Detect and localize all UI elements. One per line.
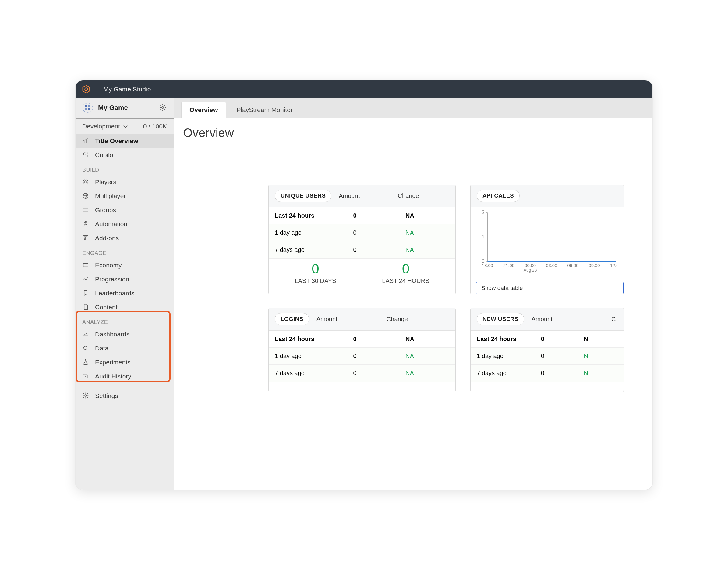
svg-point-13 <box>86 180 88 182</box>
sidebar-item-label: Groups <box>95 207 116 214</box>
svg-text:06:00: 06:00 <box>567 263 578 268</box>
svg-rect-10 <box>87 138 88 144</box>
chevron-down-icon <box>123 123 129 129</box>
cell-amount: 0 <box>347 331 399 348</box>
sidebar-item-label: Settings <box>95 392 118 399</box>
sidebar-item-copilot[interactable]: Copilot <box>75 148 174 162</box>
doc-icon <box>82 304 89 311</box>
sidebar-item-groups[interactable]: Groups <box>75 203 174 217</box>
cell-label: Last 24 hours <box>269 331 347 348</box>
big-metric-label: LAST 24 HOURS <box>382 277 429 284</box>
sidebar-item-label: Economy <box>95 262 122 269</box>
game-name[interactable]: My Game <box>98 104 154 112</box>
sidebar-item-data[interactable]: Data <box>75 341 174 355</box>
studio-name[interactable]: My Game Studio <box>103 85 151 93</box>
svg-text:21:00: 21:00 <box>503 263 514 268</box>
sidebar-item-label: Automation <box>95 221 127 228</box>
groups-icon <box>82 207 89 214</box>
cell-label: Last 24 hours <box>471 331 535 348</box>
cell-amount: 0 <box>347 365 399 382</box>
svg-point-25 <box>85 394 86 396</box>
svg-rect-18 <box>83 236 88 240</box>
svg-point-12 <box>84 180 85 182</box>
bookmark-icon <box>82 290 89 297</box>
sidebar-item-content[interactable]: Content <box>75 300 174 314</box>
titlebar: My Game Studio <box>75 80 653 98</box>
sidebar-item-dashboards[interactable]: Dashboards <box>75 327 174 341</box>
svg-rect-3 <box>85 105 87 107</box>
copilot-icon <box>82 151 89 159</box>
sidebar-item-add-ons[interactable]: Add-ons <box>75 231 174 245</box>
svg-text:12:00: 12:00 <box>610 263 618 268</box>
tab-overview[interactable]: Overview <box>181 102 226 118</box>
sidebar-item-settings[interactable]: Settings <box>75 389 174 403</box>
svg-point-1 <box>85 88 87 90</box>
partial-divider <box>362 381 362 389</box>
cell-amount: 0 <box>347 224 399 242</box>
unique-users-badge[interactable]: UNIQUE USERS <box>275 190 331 202</box>
svg-point-7 <box>162 106 164 108</box>
table-row: Last 24 hours 0 NA <box>269 207 455 224</box>
svg-rect-15 <box>83 208 88 212</box>
cell-amount: 0 <box>535 348 578 365</box>
sidebar-item-leaderboards[interactable]: Leaderboards <box>75 286 174 300</box>
table-row: 1 day ago 0 NA <box>269 224 455 242</box>
cell-change: N <box>577 348 624 365</box>
svg-rect-22 <box>83 332 88 336</box>
svg-text:1: 1 <box>482 234 485 239</box>
sidebar-item-audit-history[interactable]: Audit History <box>75 369 174 383</box>
cell-change: NA <box>399 224 455 242</box>
gear-icon[interactable] <box>159 104 167 112</box>
environment-selector[interactable]: Development 0 / 100K <box>75 119 174 134</box>
show-data-table-button[interactable]: Show data table <box>476 282 624 294</box>
sidebar-item-label: Title Overview <box>95 137 138 145</box>
table-row: Last 24 hours 0 N <box>471 331 624 348</box>
sidebar-item-label: Dashboards <box>95 331 130 338</box>
sidebar-item-multiplayer[interactable]: Multiplayer <box>75 189 174 203</box>
sidebar-item-label: Content <box>95 304 117 311</box>
new-users-badge[interactable]: NEW USERS <box>477 313 524 325</box>
svg-text:03:00: 03:00 <box>546 263 557 268</box>
sidebar-item-experiments[interactable]: Experiments <box>75 355 174 369</box>
col-amount-label: Amount <box>316 316 379 323</box>
big-metric-label: LAST 30 DAYS <box>294 277 336 284</box>
card-new-users: NEW USERS Amount C Last 24 hours 0 N 1 d… <box>470 308 624 392</box>
sidebar-group-build: BUILD <box>75 162 174 175</box>
logins-badge[interactable]: LOGINS <box>275 313 309 325</box>
sidebar-item-players[interactable]: Players <box>75 175 174 189</box>
table-row: 1 day ago 0 NA <box>269 348 455 365</box>
svg-rect-19 <box>84 237 85 238</box>
cell-change: NA <box>399 365 455 382</box>
tab-playstream-monitor[interactable]: PlayStream Monitor <box>228 102 300 118</box>
sidebar-item-label: Copilot <box>95 151 115 159</box>
big-metric: 0 LAST 24 HOURS <box>382 262 429 284</box>
big-metric-value: 0 <box>294 262 336 276</box>
trend-icon <box>82 276 89 283</box>
card-logins: LOGINS Amount Change Last 24 hours 0 NA … <box>268 308 456 392</box>
sidebar-item-automation[interactable]: Automation <box>75 217 174 231</box>
players-icon <box>82 179 89 186</box>
svg-rect-21 <box>84 238 85 240</box>
partial-divider <box>547 381 547 389</box>
sidebar-item-economy[interactable]: Economy <box>75 258 174 272</box>
svg-text:00:00: 00:00 <box>524 263 536 268</box>
table-row: 7 days ago 0 NA <box>269 365 455 382</box>
table-row: 1 day ago 0 N <box>471 348 624 365</box>
search-icon <box>82 345 89 352</box>
sidebar-item-label: Audit History <box>95 373 131 380</box>
svg-rect-20 <box>86 237 87 238</box>
cell-change: NA <box>399 207 455 224</box>
playfab-logo-icon <box>82 85 91 94</box>
sidebar-item-progression[interactable]: Progression <box>75 272 174 286</box>
game-icon <box>82 102 93 113</box>
dashboard-icon <box>82 137 89 145</box>
sidebar-item-label: Add-ons <box>95 235 119 242</box>
api-calls-badge[interactable]: API CALLS <box>477 190 520 202</box>
col-amount-label: Amount <box>339 193 390 200</box>
sidebar-item-label: Leaderboards <box>95 290 135 297</box>
svg-rect-4 <box>88 105 90 107</box>
history-icon <box>82 373 89 380</box>
sidebar-item-title-overview[interactable]: Title Overview <box>75 134 174 148</box>
table-row: 7 days ago 0 N <box>471 365 624 382</box>
svg-rect-9 <box>85 139 86 143</box>
